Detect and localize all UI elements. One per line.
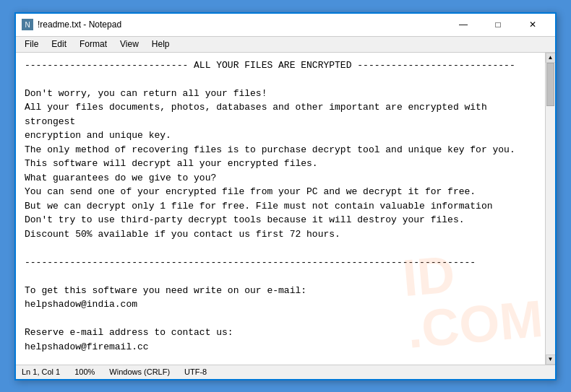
status-bar: Ln 1, Col 1 100% Windows (CRLF) UTF-8 xyxy=(16,365,555,379)
text-editor[interactable]: ----------------------------- ALL YOUR F… xyxy=(16,53,545,365)
title-bar-controls: — □ ✕ xyxy=(447,14,549,35)
status-line-endings: Windows (CRLF) xyxy=(109,367,170,376)
scroll-down-button[interactable]: ▼ xyxy=(546,354,556,365)
close-button[interactable]: ✕ xyxy=(516,14,549,35)
menu-bar: File Edit Format View Help xyxy=(16,37,555,53)
menu-format[interactable]: Format xyxy=(74,38,113,51)
menu-edit[interactable]: Edit xyxy=(46,38,72,51)
content-area: ----------------------------- ALL YOUR F… xyxy=(16,53,555,365)
title-bar-left: N !readme.txt - Notepad xyxy=(22,19,121,30)
scroll-thumb[interactable] xyxy=(546,63,554,106)
scroll-up-button[interactable]: ▲ xyxy=(546,53,556,63)
scrollbar[interactable]: ▲ ▼ xyxy=(545,53,555,365)
menu-view[interactable]: View xyxy=(114,38,145,51)
app-icon: N xyxy=(22,19,33,30)
title-bar: N !readme.txt - Notepad — □ ✕ xyxy=(16,14,555,37)
scroll-track[interactable] xyxy=(546,63,555,354)
status-charset: UTF-8 xyxy=(184,367,207,376)
app-icon-letter: N xyxy=(25,21,30,29)
notepad-window: N !readme.txt - Notepad — □ ✕ File Edit … xyxy=(14,12,557,380)
maximize-button[interactable]: □ xyxy=(481,14,515,35)
menu-file[interactable]: File xyxy=(19,38,44,51)
minimize-button[interactable]: — xyxy=(447,14,480,35)
menu-help[interactable]: Help xyxy=(146,38,176,51)
window-title: !readme.txt - Notepad xyxy=(38,19,121,30)
status-zoom: 100% xyxy=(74,367,95,376)
status-line-col: Ln 1, Col 1 xyxy=(22,367,60,376)
